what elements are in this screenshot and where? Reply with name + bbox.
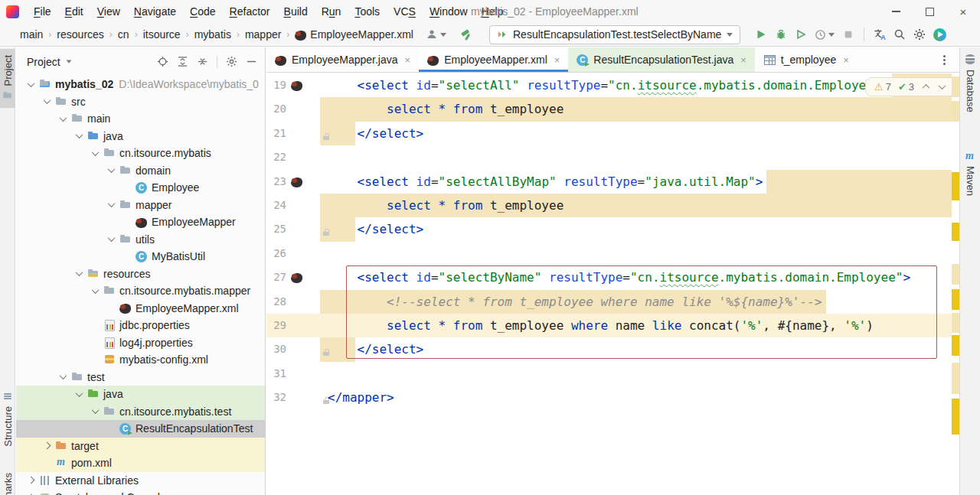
- stripe-tab-structure[interactable]: Structure: [0, 390, 15, 447]
- close-button[interactable]: ×: [946, 0, 980, 23]
- tree-row-utils[interactable]: utils: [16, 231, 265, 249]
- tree-row-mybatis_02[interactable]: mybatis_02D:\IdeaWorkspace\mybatis_0: [16, 76, 265, 93]
- menu-item-refactor[interactable]: Refactor: [223, 0, 277, 23]
- chevron-down-icon[interactable]: [71, 271, 87, 276]
- build-project-button[interactable]: [457, 24, 477, 44]
- tree-row-src[interactable]: src: [16, 93, 265, 111]
- code-line-32[interactable]: </mapper>: [328, 386, 394, 409]
- editor-tab-employeemapper-java[interactable]: EmployeeMapper.java×: [266, 47, 419, 72]
- error-stripe-mark[interactable]: [952, 399, 959, 435]
- menu-item-file[interactable]: File: [27, 0, 58, 23]
- panel-settings-button[interactable]: [226, 56, 237, 67]
- code-line-23[interactable]: <select id="selectAllByMap" resultType="…: [328, 170, 763, 194]
- tree-row-main[interactable]: main: [16, 110, 265, 128]
- tree-row-resources[interactable]: resources: [16, 265, 265, 283]
- tab-options-button[interactable]: [936, 52, 952, 67]
- debug-button[interactable]: [771, 24, 791, 44]
- code-line-24[interactable]: select * from t_employee: [328, 194, 564, 217]
- collapse-all-button[interactable]: [197, 56, 208, 67]
- chevron-down-icon[interactable]: [71, 392, 87, 397]
- editor-tab-t_employee[interactable]: t_employee×: [755, 47, 858, 72]
- run-with-coverage-button[interactable]: [791, 24, 811, 44]
- editor-tab-resultencapsulationtest-java[interactable]: ResultEncapsulationTest.java×: [568, 47, 754, 72]
- code-editor[interactable]: 1920212223242526272829303132 <select id=…: [266, 73, 952, 495]
- error-stripe-mark[interactable]: [952, 172, 959, 200]
- tree-row-cn-itsource-mybatis-test[interactable]: cn.itsource.mybatis.test: [16, 403, 265, 421]
- editor-tab-employeemapper-xml[interactable]: EmployeeMapper.xml×: [419, 47, 568, 72]
- run-button[interactable]: [751, 24, 771, 44]
- mybatis-statement-gutter-icon[interactable]: [291, 176, 302, 190]
- stop-button[interactable]: [838, 24, 858, 44]
- code-line-21[interactable]: </select>: [328, 122, 423, 145]
- next-problem-button[interactable]: [937, 83, 946, 91]
- menu-item-tools[interactable]: Tools: [348, 0, 387, 23]
- breadcrumb-item-cn[interactable]: cn: [118, 28, 129, 41]
- ai-assistant-button[interactable]: [929, 24, 949, 44]
- tree-row-domain[interactable]: domain: [16, 162, 265, 180]
- stripe-tab-maven[interactable]: Maven: [960, 151, 980, 196]
- tree-row-mapper[interactable]: mapper: [16, 197, 265, 214]
- project-panel-title[interactable]: Project: [27, 56, 60, 68]
- error-stripe-scrollbar[interactable]: [952, 73, 959, 495]
- tab-close-icon[interactable]: ×: [554, 54, 560, 66]
- tree-row-target[interactable]: target: [16, 438, 265, 455]
- translate-button[interactable]: A: [870, 24, 890, 44]
- code-line-20[interactable]: select * from t_employee: [328, 97, 564, 121]
- error-stripe-mark[interactable]: [952, 264, 959, 285]
- chevron-down-icon[interactable]: [71, 133, 87, 138]
- warnings-indicator[interactable]: ⚠ 7: [874, 81, 891, 93]
- tree-row-java[interactable]: java: [16, 386, 265, 403]
- breadcrumb-item-file[interactable]: EmployeeMapper.xml: [295, 28, 413, 41]
- typos-indicator[interactable]: ✔ 3: [898, 81, 914, 93]
- menu-item-code[interactable]: Code: [183, 0, 222, 23]
- code-line-25[interactable]: </select>: [328, 217, 423, 241]
- chevron-down-icon[interactable]: [55, 116, 71, 122]
- tab-close-icon[interactable]: ×: [405, 54, 411, 66]
- tab-close-icon[interactable]: ×: [843, 54, 849, 66]
- code-line-29[interactable]: select * from t_employee where name like…: [328, 314, 874, 337]
- tree-row-external-libraries[interactable]: External Libraries: [16, 472, 265, 490]
- breadcrumb-item-mybatis[interactable]: mybatis: [194, 28, 231, 41]
- tree-row-cn-itsource-mybatis[interactable]: cn.itsource.mybatis: [16, 145, 265, 162]
- tree-row-mybatisutil[interactable]: MyBatisUtil: [16, 248, 265, 265]
- tree-row-jdbc-properties[interactable]: jdbc.properties: [16, 317, 265, 334]
- hide-panel-button[interactable]: [246, 56, 257, 67]
- breadcrumb-item-mapper[interactable]: mapper: [245, 28, 281, 41]
- tree-row-cn-itsource-mybatis-mapper[interactable]: cn.itsource.mybatis.mapper: [16, 282, 265, 300]
- chevron-down-icon[interactable]: [23, 82, 39, 87]
- menu-item-vcs[interactable]: VCS: [387, 0, 423, 23]
- tree-row-mybatis-config-xml[interactable]: mybatis-config.xml: [16, 351, 265, 369]
- tree-row-employeemapper-xml[interactable]: EmployeeMapper.xml: [16, 300, 265, 318]
- code-with-me-button[interactable]: [426, 28, 446, 41]
- tree-row-log4j-properties[interactable]: log4j.properties: [16, 334, 265, 352]
- chevron-down-icon[interactable]: [39, 99, 55, 104]
- chevron-down-icon[interactable]: [55, 374, 71, 379]
- chevron-down-icon[interactable]: [103, 236, 119, 242]
- tree-row-resultencapsulationtest[interactable]: ResultEncapsulationTest: [16, 420, 265, 438]
- error-stripe-mark[interactable]: [952, 289, 959, 310]
- tree-row-java[interactable]: java: [16, 128, 265, 145]
- tree-row-test[interactable]: test: [16, 369, 265, 386]
- chevron-down-icon[interactable]: [87, 409, 103, 414]
- chevron-down-icon[interactable]: [87, 151, 103, 156]
- tree-row-employee[interactable]: Employee: [16, 179, 265, 197]
- chevron-down-icon[interactable]: [103, 168, 119, 173]
- minimize-button[interactable]: [879, 0, 913, 23]
- maximize-button[interactable]: [913, 0, 946, 23]
- stripe-tab-project[interactable]: Project: [0, 49, 15, 108]
- tree-row-scratches-and-consoles[interactable]: Scratches and Consoles: [16, 489, 265, 495]
- error-stripe-mark[interactable]: [952, 223, 959, 241]
- tree-row-pom-xml[interactable]: pom.xml: [16, 454, 265, 472]
- chevron-right-icon[interactable]: [39, 443, 55, 448]
- error-stripe-mark[interactable]: [952, 101, 959, 122]
- breadcrumb-item-main[interactable]: main: [20, 28, 43, 41]
- chevron-down-icon[interactable]: [87, 288, 103, 294]
- breadcrumb-item-itsource[interactable]: itsource: [143, 28, 181, 41]
- stripe-tab-database[interactable]: Database: [960, 54, 980, 112]
- chevron-down-icon[interactable]: [66, 60, 71, 63]
- mybatis-statement-gutter-icon[interactable]: [291, 80, 302, 93]
- run-configuration-select[interactable]: ResultEncapsulationTest.testSelectByName: [489, 25, 740, 44]
- stripe-tab-bookmarks[interactable]: marks: [0, 473, 15, 495]
- menu-item-edit[interactable]: Edit: [58, 0, 90, 23]
- code-line-30[interactable]: </select>: [328, 337, 423, 361]
